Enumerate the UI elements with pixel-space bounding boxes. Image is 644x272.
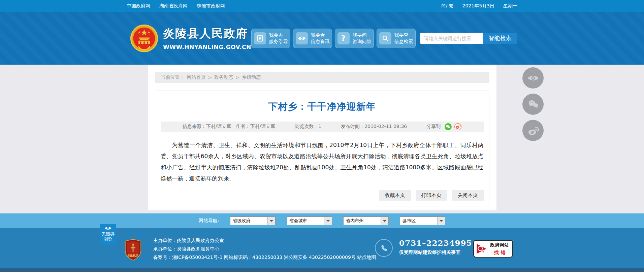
footer-nav-label: 网站导航: — [199, 218, 219, 224]
floating-toolbar — [522, 67, 544, 141]
wechat-button[interactable] — [522, 94, 544, 115]
service-button-banshi[interactable]: 我要办服务引导 — [251, 29, 290, 48]
favorite-page-button[interactable]: 收藏本页 — [379, 190, 411, 201]
source-value: 下村/谭立军 — [206, 124, 231, 129]
link-zhuzhou-gov[interactable]: 株洲市政府网 — [197, 3, 225, 9]
footer-info: 主办单位：炎陵县人民政府办公室 承办单位：炎陵县政务服务中心 备案号：湘ICP备… — [153, 236, 376, 262]
phone-note: 仅受理网站建设维护相关事宜 — [399, 249, 472, 256]
document-icon — [254, 32, 266, 44]
select-value: 县市区 — [400, 218, 437, 224]
breadcrumb-zhengwu[interactable]: 政务动态 — [214, 74, 233, 80]
site-header: 炎陵县人民政府 WWW.HNYANLING.GOV.CN 我要办服务引导 我要看… — [0, 12, 644, 65]
smart-search-button[interactable]: 智能检索 — [483, 33, 517, 44]
site-search: 智能检索 — [420, 33, 517, 44]
article-card: 下村乡：干干净净迎新年 信息来源：下村/谭立军 作者：下村/谭立军 浏览次数：1… — [155, 91, 489, 206]
time-label: 发布时间： — [341, 124, 364, 129]
site-title: 炎陵县人民政府 — [163, 26, 251, 41]
gov-site-links: 中国政府网 湖南省政府网 株洲市政府网 — [127, 3, 225, 9]
breadcrumb-separator: > — [208, 75, 212, 80]
breadcrumb-home[interactable]: 网站首页 — [187, 74, 206, 80]
share-label: 分享到 — [426, 124, 441, 130]
author-value: 下村/谭立军 — [250, 124, 275, 129]
bottom-strip — [0, 268, 644, 272]
weibo-button[interactable] — [522, 120, 544, 141]
select-province-cities[interactable]: 省内市州 — [343, 216, 389, 225]
emblem-label: 党政机关 — [127, 254, 139, 257]
link-china-gov[interactable]: 中国政府网 — [127, 3, 150, 9]
service-label: 我要办 — [269, 32, 283, 38]
service-button-wen[interactable]: ? 我要问咨询问答 — [335, 29, 374, 48]
service-shortcuts: 我要办服务引导 我要看信息资讯 ? 我要问咨询问答 我要查信息检索 — [251, 29, 416, 48]
main-area: 当前位置： 网站首页 > 政务动态 > 乡镇动态 下村乡：干干净净迎新年 信息来… — [0, 65, 644, 213]
footer: 无障碍浏览 党政机关 主办单位：炎陵县人民政府办公室 承办单位：炎陵县政务服务中… — [0, 228, 644, 268]
breadcrumb-label: 当前位置： — [161, 74, 185, 80]
select-value: 省内市州 — [344, 218, 381, 224]
source-label: 信息来源： — [183, 124, 206, 129]
current-date: 2021年5月3日 — [462, 3, 494, 9]
wechat-share-icon[interactable] — [445, 123, 452, 130]
search-input[interactable] — [420, 33, 483, 44]
icp-label: 备案号： — [153, 254, 172, 260]
national-emblem-icon — [130, 24, 158, 53]
phone-icon — [375, 239, 393, 257]
link-hunan-gov[interactable]: 湖南省政府网 — [159, 3, 188, 9]
article-meta: 信息来源：下村/谭立军 作者：下村/谭立军 浏览次数：1 发布时间：2010-0… — [161, 122, 484, 132]
service-button-cha[interactable]: 我要查信息检索 — [377, 29, 416, 48]
service-label: 我要问 — [353, 32, 367, 38]
footer-nav: 网站导航: 省级政府 省会城市 省内市州 县市区 — [0, 213, 644, 228]
breadcrumb-xiangzhen[interactable]: 乡镇动态 — [242, 74, 261, 80]
icp-value: 湘ICP备05003421号-1 网站标识码：4302250033 湘公网安备 … — [172, 254, 356, 260]
wechat-icon — [527, 100, 539, 109]
gov-site-error-report-badge[interactable]: 政府网站 找错 — [473, 240, 513, 258]
badge-line2: 找错 — [490, 249, 510, 256]
select-value: 省级政府 — [230, 218, 267, 224]
breadcrumb: 当前位置： 网站首页 > 政务动态 > 乡镇动态 — [155, 72, 489, 83]
chevron-down-icon — [267, 217, 275, 225]
error-report-logo-icon — [476, 243, 487, 255]
select-provincial-gov[interactable]: 省级政府 — [230, 216, 276, 225]
content-container: 当前位置： 网站首页 > 政务动态 > 乡镇动态 下村乡：干干净净迎新年 信息来… — [148, 65, 496, 210]
eye-icon — [104, 226, 112, 231]
chevron-down-icon — [324, 217, 332, 225]
eye-icon — [296, 32, 308, 44]
service-sublabel: 服务引导 — [269, 39, 288, 44]
service-sublabel: 信息资讯 — [311, 39, 330, 44]
search-icon — [379, 32, 391, 44]
select-capital-cities[interactable]: 省会城市 — [287, 216, 332, 225]
views-label: 浏览次数： — [295, 124, 318, 129]
accessibility-eye-button[interactable] — [522, 67, 544, 89]
weibo-icon — [527, 126, 539, 136]
host-value: 炎陵县人民政府办公室 — [177, 238, 224, 243]
current-weekday: 星期一 — [503, 3, 517, 9]
service-label: 我要看 — [311, 32, 325, 38]
service-button-kan[interactable]: 我要看信息资讯 — [293, 29, 332, 48]
weibo-share-icon[interactable] — [454, 123, 461, 130]
breadcrumb-separator: > — [235, 75, 239, 80]
print-page-button[interactable]: 打印本页 — [416, 190, 447, 201]
organizer-value: 炎陵县政务服务中心 — [177, 246, 219, 251]
service-phone-number: 0731–22234995 — [399, 238, 472, 247]
select-value: 省会城市 — [287, 218, 324, 224]
organizer-label: 承办单位： — [153, 246, 177, 251]
article-actions: 收藏本页 打印本页 关闭本页 — [161, 190, 484, 201]
article-title: 下村乡：干干净净迎新年 — [161, 100, 484, 113]
accessibility-badge[interactable]: 无障碍浏览 — [100, 224, 116, 245]
site-logo[interactable]: 炎陵县人民政府 WWW.HNYANLING.GOV.CN — [130, 24, 251, 53]
chevron-down-icon — [437, 217, 445, 225]
site-url: WWW.HNYANLING.GOV.CN — [163, 44, 251, 50]
select-counties[interactable]: 县市区 — [400, 216, 445, 225]
sitemap-link[interactable]: 站点地图 — [357, 254, 376, 260]
views-value: 1 — [318, 124, 321, 129]
author-label: 作者： — [236, 124, 250, 129]
accessibility-label: 无障碍 — [101, 232, 115, 237]
chevron-down-icon — [381, 217, 388, 225]
service-sublabel: 咨询问答 — [353, 39, 372, 44]
accessibility-label2: 浏览 — [104, 237, 112, 242]
article-body: 为营造一个清洁、卫生、祥和、文明的生活环境和节日氛围，2010年2月10日上午，… — [161, 140, 484, 184]
party-gov-emblem[interactable]: 党政机关 — [124, 239, 142, 262]
time-value: 2010-02-11 09:36 — [364, 124, 407, 129]
host-label: 主办单位： — [153, 238, 177, 243]
lang-toggle[interactable]: 简/ 繁 — [441, 3, 453, 9]
close-page-button[interactable]: 关闭本页 — [452, 190, 484, 201]
topbar: 中国政府网 湖南省政府网 株洲市政府网 简/ 繁 2021年5月3日 星期一 — [0, 0, 644, 12]
